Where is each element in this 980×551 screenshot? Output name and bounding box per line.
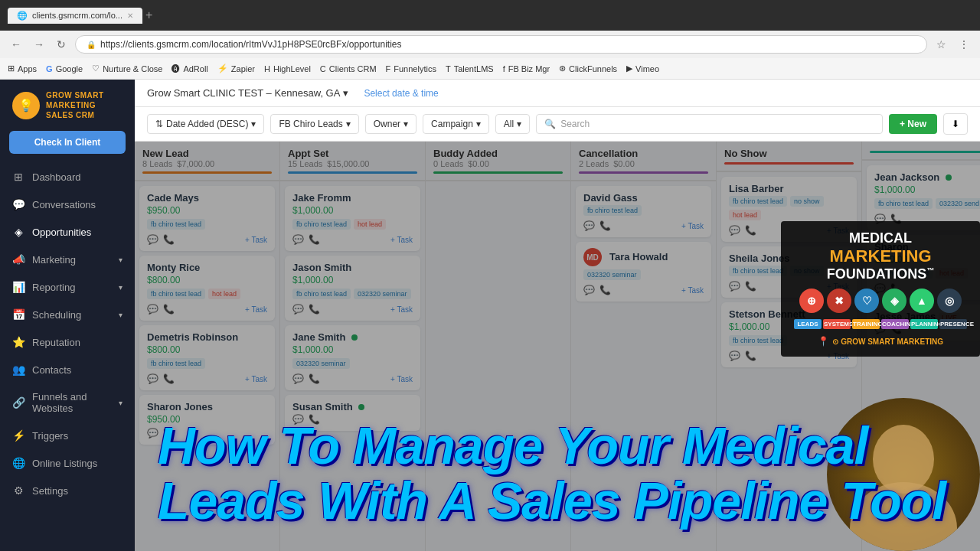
table-row[interactable]: Susan Smith 💬 📞 bbox=[285, 395, 420, 431]
mmf-labels: LEADS SYSTEMS TRAINING COACHING PLANNING… bbox=[790, 319, 971, 329]
campaign-filter[interactable]: Campaign ▾ bbox=[423, 114, 489, 134]
sidebar-item-triggers[interactable]: ⚡ Triggers bbox=[0, 422, 135, 449]
table-row[interactable]: MD Tara Howald 032320 seminar 💬 📞 + Task bbox=[576, 242, 711, 302]
phone-icon[interactable]: 📞 bbox=[163, 304, 175, 315]
sidebar-item-label: Settings bbox=[32, 485, 68, 497]
download-button[interactable]: ⬇ bbox=[943, 113, 968, 135]
add-task-button[interactable]: + Task bbox=[390, 236, 413, 244]
table-row[interactable]: Sharon Jones $950.00 💬 📞 bbox=[139, 395, 275, 445]
message-icon[interactable]: 💬 bbox=[292, 234, 304, 245]
bookmark-adroll[interactable]: 🅐 AdRoll bbox=[172, 64, 207, 73]
table-row[interactable]: Demetris Robinson $800.00 fb chiro test … bbox=[139, 325, 275, 390]
bookmarks-button[interactable]: ☆ bbox=[933, 35, 949, 54]
facebook-icon: f bbox=[503, 64, 505, 73]
sidebar-item-settings[interactable]: ⚙ Settings bbox=[0, 477, 135, 504]
table-row[interactable]: Monty Rice $800.00 fb chiro test lead ho… bbox=[139, 256, 275, 321]
mmf-label-training: TRAINING bbox=[852, 319, 880, 329]
location-selector[interactable]: Grow Smart CLINIC TEST – Kennesaw, GA ▾ bbox=[147, 87, 348, 99]
search-box[interactable]: 🔍 Search bbox=[536, 114, 883, 134]
url-bar[interactable]: 🔒 https://clients.gsmcrm.com/location/rI… bbox=[75, 35, 927, 54]
phone-icon[interactable]: 📞 bbox=[163, 234, 175, 245]
new-button[interactable]: + New bbox=[889, 114, 937, 134]
pipeline-filter[interactable]: FB Chiro Leads ▾ bbox=[270, 114, 358, 134]
add-task-button[interactable]: + Task bbox=[245, 236, 267, 244]
bookmark-nurture[interactable]: ♡ Nurture & Close bbox=[92, 64, 162, 73]
message-icon[interactable]: 💬 bbox=[292, 304, 304, 315]
add-task-button[interactable]: + Task bbox=[390, 305, 413, 314]
message-icon[interactable]: 💬 bbox=[147, 428, 158, 439]
sidebar-item-listings[interactable]: 🌐 Online Listings bbox=[0, 449, 135, 477]
table-row[interactable]: Jason Smith $1,000.00 fb chiro test lead… bbox=[285, 256, 420, 321]
tab-close-button[interactable]: ✕ bbox=[127, 11, 133, 20]
extensions-button[interactable]: ⋮ bbox=[956, 35, 972, 54]
bookmark-highlevel[interactable]: H HighLevel bbox=[264, 64, 311, 73]
new-tab-button[interactable]: + bbox=[145, 8, 152, 22]
card-tag: fb chiro test lead bbox=[292, 289, 351, 299]
message-icon[interactable]: 💬 bbox=[147, 373, 158, 384]
sidebar-item-scheduling[interactable]: 📅 Scheduling ▾ bbox=[0, 301, 135, 328]
bookmark-google[interactable]: G Google bbox=[46, 64, 83, 73]
message-icon[interactable]: 💬 bbox=[583, 220, 595, 231]
table-row[interactable]: Jake Fromm $1,000.00 fb chiro test lead … bbox=[285, 186, 420, 251]
phone-icon[interactable]: 📞 bbox=[163, 373, 175, 384]
phone-icon[interactable]: 📞 bbox=[745, 281, 756, 292]
bookmark-talentlms[interactable]: T TalentLMS bbox=[446, 64, 494, 73]
sidebar-item-reporting[interactable]: 📊 Reporting ▾ bbox=[0, 273, 135, 301]
phone-icon[interactable]: 📞 bbox=[309, 414, 320, 425]
add-task-button[interactable]: + Task bbox=[681, 222, 704, 230]
refresh-button[interactable]: ↻ bbox=[54, 35, 69, 54]
bookmark-fbbiz[interactable]: f FB Biz Mgr bbox=[503, 64, 550, 73]
sidebar-item-reputation[interactable]: ⭐ Reputation bbox=[0, 328, 135, 356]
check-in-button[interactable]: Check In Client bbox=[9, 131, 126, 154]
card-name: David Gass bbox=[583, 192, 704, 204]
back-button[interactable]: ← bbox=[8, 35, 24, 54]
add-task-button[interactable]: + Task bbox=[681, 286, 704, 295]
add-task-button[interactable]: + Task bbox=[245, 305, 267, 314]
sort-filter[interactable]: ⇅ Date Added (DESC) ▾ bbox=[147, 114, 264, 134]
bookmark-apps[interactable]: ⊞ Apps bbox=[8, 64, 37, 73]
table-row[interactable]: David Gass fb chiro test lead 💬 📞 + Task bbox=[576, 186, 711, 237]
phone-icon[interactable]: 📞 bbox=[309, 234, 320, 245]
bookmark-zapier[interactable]: ⚡ Zapier bbox=[217, 64, 255, 73]
message-icon[interactable]: 💬 bbox=[729, 225, 740, 236]
bookmark-funnelytics[interactable]: F Funnelytics bbox=[386, 64, 436, 73]
message-icon[interactable]: 💬 bbox=[729, 350, 740, 361]
bookmark-clientscrm[interactable]: C Clients CRM bbox=[320, 64, 377, 73]
phone-icon[interactable]: 📞 bbox=[163, 428, 175, 439]
sidebar-item-opportunities[interactable]: ◈ Opportunities bbox=[0, 218, 135, 246]
sidebar-item-label: Online Listings bbox=[32, 458, 97, 469]
phone-icon[interactable]: 📞 bbox=[599, 220, 611, 231]
owner-filter[interactable]: Owner ▾ bbox=[365, 114, 416, 134]
phone-icon[interactable]: 📞 bbox=[745, 350, 756, 361]
message-icon[interactable]: 💬 bbox=[583, 285, 595, 295]
active-tab[interactable]: 🌐 clients.gsmcrm.com/lo... ✕ bbox=[8, 8, 142, 24]
sidebar-item-conversations[interactable]: 💬 Conversations bbox=[0, 191, 135, 218]
bookmark-clickfunnels[interactable]: ⊛ ClickFunnels bbox=[559, 64, 617, 73]
message-icon[interactable]: 💬 bbox=[147, 304, 158, 315]
message-icon[interactable]: 💬 bbox=[147, 234, 158, 245]
card-amount: $1,000.00 bbox=[292, 275, 413, 285]
table-row[interactable]: Cade Mays $950.00 fb chiro test lead 💬 📞… bbox=[139, 186, 275, 251]
hot-tag: hot lead bbox=[354, 219, 386, 230]
mmf-circle: ◎ bbox=[937, 289, 962, 313]
phone-icon[interactable]: 📞 bbox=[745, 225, 756, 236]
sidebar-item-funnels[interactable]: 🔗 Funnels and Websites ▾ bbox=[0, 383, 135, 422]
sidebar-item-dashboard[interactable]: ⊞ Dashboard bbox=[0, 163, 135, 191]
message-icon[interactable]: 💬 bbox=[292, 414, 304, 425]
phone-icon[interactable]: 📞 bbox=[309, 304, 320, 315]
sidebar-item-marketing[interactable]: 📣 Marketing ▾ bbox=[0, 246, 135, 273]
message-icon[interactable]: 💬 bbox=[292, 373, 304, 384]
add-task-button[interactable]: + Task bbox=[390, 375, 413, 383]
message-icon[interactable]: 💬 bbox=[729, 281, 740, 292]
sidebar-item-contacts[interactable]: 👥 Contacts bbox=[0, 356, 135, 383]
chevron-down-icon: ▾ bbox=[119, 399, 122, 407]
all-filter[interactable]: All ▾ bbox=[495, 114, 530, 134]
forward-button[interactable]: → bbox=[31, 35, 47, 54]
seminar-tag: 032320 seminar bbox=[354, 289, 411, 299]
bookmark-vimeo[interactable]: ▶ Vimeo bbox=[626, 64, 659, 73]
table-row[interactable]: Jane Smith $1,000.00 032320 seminar 💬 📞 … bbox=[285, 325, 420, 390]
phone-icon[interactable]: 📞 bbox=[599, 285, 611, 295]
phone-icon[interactable]: 📞 bbox=[309, 373, 320, 384]
add-task-button[interactable]: + Task bbox=[245, 375, 267, 383]
date-select-link[interactable]: Select date & time bbox=[364, 88, 438, 99]
